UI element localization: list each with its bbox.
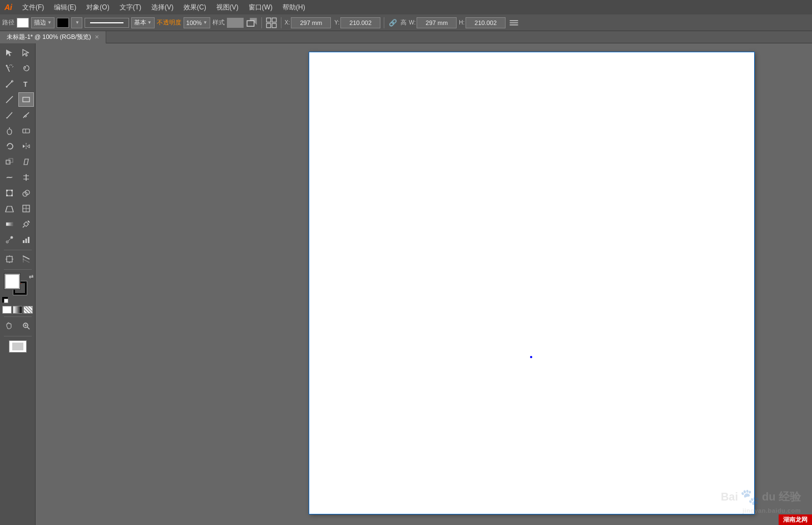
shear-tool[interactable] — [18, 155, 34, 169]
canvas-area[interactable]: Bai 🐾 du 经验 jingyan.baidu.com 湖南龙网 — [36, 43, 812, 525]
gradient-tool[interactable] — [2, 217, 17, 231]
none-color-btn[interactable] — [23, 306, 33, 314]
path-label: 路径 — [2, 18, 14, 27]
menu-window[interactable]: 窗口(W) — [244, 2, 277, 13]
canvas-view-btn[interactable] — [9, 340, 27, 353]
stroke-color-swatch[interactable] — [57, 18, 69, 28]
swap-colors-icon[interactable]: ⇄ — [29, 274, 33, 280]
tool-row-4 — [1, 92, 34, 107]
document-tab[interactable]: 未标题-1* @ 100% (RGB/预览) ✕ — [0, 31, 106, 43]
stroke-arrow: ▼ — [47, 20, 52, 25]
slice-tool[interactable] — [18, 252, 34, 266]
h-input[interactable] — [466, 17, 506, 28]
mesh-tool[interactable] — [18, 201, 34, 216]
tab-close-button[interactable]: ✕ — [95, 34, 99, 40]
line-tool[interactable] — [2, 92, 17, 107]
select-tool[interactable] — [2, 46, 17, 60]
solid-color-btn[interactable] — [2, 306, 12, 314]
stroke-style-value: 基本 — [134, 18, 146, 27]
svg-point-12 — [6, 65, 7, 67]
tool-row-14 — [1, 252, 34, 266]
menu-view[interactable]: 视图(V) — [212, 2, 243, 13]
svg-rect-3 — [272, 18, 276, 22]
svg-point-25 — [7, 129, 12, 135]
stroke-label: 描边 — [34, 18, 46, 27]
chart-tool[interactable] — [18, 232, 34, 247]
eyedropper-tool[interactable] — [18, 217, 34, 231]
main-layout: T — [0, 43, 812, 525]
fill-color-swatch[interactable] — [4, 274, 20, 289]
svg-line-11 — [7, 66, 9, 72]
shape-builder-tool[interactable] — [18, 186, 34, 200]
stroke-dropdown[interactable]: 描边 ▼ — [31, 17, 55, 28]
color-mode-row — [2, 306, 33, 314]
svg-line-47 — [6, 206, 7, 212]
menu-text[interactable]: 文字(T) — [115, 2, 146, 13]
y-label: Y: — [334, 19, 339, 26]
style-swatch[interactable] — [227, 18, 244, 28]
tool-sep-3 — [4, 316, 32, 317]
rotate-tool[interactable] — [2, 139, 17, 153]
svg-point-24 — [24, 116, 26, 117]
artboard-tool[interactable] — [2, 252, 17, 266]
svg-marker-10 — [23, 49, 29, 56]
smooth-tool[interactable] — [18, 108, 34, 122]
x-input[interactable]: 297 mm — [291, 17, 331, 28]
pencil-tool[interactable] — [2, 108, 17, 122]
link-icon[interactable]: 🔗 — [388, 19, 398, 27]
lasso-tool[interactable] — [18, 61, 34, 76]
warp-tool[interactable] — [2, 170, 17, 185]
menu-select[interactable]: 选择(V) — [147, 2, 178, 13]
h-coord-group: H: — [459, 17, 506, 28]
reset-colors-icon[interactable] — [2, 297, 8, 303]
free-transform-tool[interactable] — [2, 186, 17, 200]
w-coord-group: W: — [409, 17, 457, 28]
type-tool[interactable]: T — [18, 77, 34, 91]
blob-brush-tool[interactable] — [2, 123, 17, 138]
svg-rect-2 — [266, 18, 271, 22]
blend-tool[interactable] — [2, 232, 17, 247]
reflect-tool[interactable] — [18, 139, 34, 153]
tool-row-15 — [1, 319, 34, 333]
zoom-tool[interactable] — [18, 319, 34, 333]
fill-swatch[interactable] — [17, 18, 29, 28]
svg-marker-32 — [27, 145, 29, 148]
w-label: W: — [409, 19, 415, 26]
y-input[interactable]: 210.002 — [340, 17, 380, 28]
transform-icon[interactable] — [246, 17, 258, 29]
svg-rect-52 — [6, 222, 13, 226]
menu-edit[interactable]: 编辑(E) — [49, 2, 81, 13]
menu-effect[interactable]: 效果(C) — [179, 2, 211, 13]
perspective-tool[interactable] — [2, 201, 17, 216]
more-options-icon[interactable] — [508, 17, 520, 29]
w-input[interactable] — [417, 17, 457, 28]
stroke-preview — [85, 18, 129, 28]
svg-rect-55 — [23, 222, 28, 226]
menu-object[interactable]: 对象(O) — [82, 2, 113, 13]
tool-sep-2 — [4, 269, 32, 270]
svg-marker-29 — [8, 148, 9, 149]
scale-tool[interactable] — [2, 155, 17, 169]
tool-row-8 — [1, 155, 34, 169]
pen-tool[interactable] — [2, 77, 17, 91]
svg-rect-27 — [23, 129, 29, 133]
width-tool[interactable] — [18, 170, 34, 185]
opacity-label: 不透明度 — [157, 18, 181, 27]
menu-file[interactable]: 文件(F) — [18, 2, 48, 13]
menu-help[interactable]: 帮助(H) — [278, 2, 310, 13]
hand-tool[interactable] — [2, 319, 17, 333]
stroke-style-dropdown[interactable]: 基本 ▼ — [131, 17, 155, 28]
svg-rect-4 — [266, 23, 271, 28]
svg-line-13 — [9, 65, 11, 66]
eraser-tool[interactable] — [18, 123, 34, 138]
gradient-color-btn[interactable] — [13, 306, 22, 314]
direct-select-tool[interactable] — [18, 46, 34, 60]
menu-bar: 文件(F) 编辑(E) 对象(O) 文字(T) 选择(V) 效果(C) 视图(V… — [18, 2, 310, 13]
opacity-dropdown[interactable]: 100% ▼ — [184, 17, 210, 28]
stroke-width-dropdown[interactable]: ▼ — [71, 17, 82, 28]
grid-icon[interactable] — [265, 17, 278, 29]
rect-tool[interactable] — [18, 92, 34, 107]
magic-wand-tool[interactable] — [2, 61, 17, 76]
svg-rect-43 — [11, 195, 13, 196]
h-label: H: — [459, 19, 464, 26]
